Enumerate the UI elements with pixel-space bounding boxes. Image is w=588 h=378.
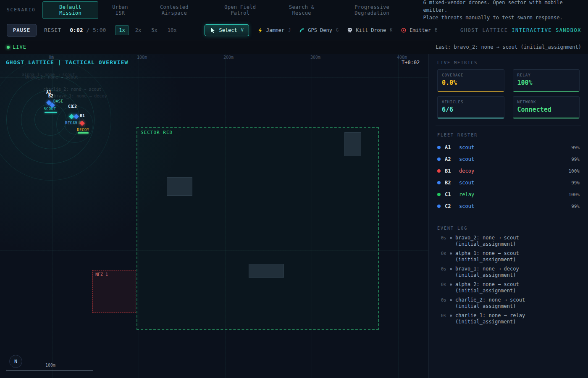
compass-north-indicator: N xyxy=(9,355,22,368)
event-line2: (initial_assignment) xyxy=(455,257,516,262)
timer-total: 5:00 xyxy=(93,27,106,33)
emitter-tool-key: E xyxy=(435,28,437,32)
event-log-entry: 0s bravo_2: none → scout (initial_assign… xyxy=(437,235,580,247)
roster-row-a2[interactable]: A2 scout 99% xyxy=(437,153,580,165)
last-event-text: Last: bravo_2: none → scout (initial_ass… xyxy=(436,44,581,50)
event-log-list: 0s bravo_2: none → scout (initial_assign… xyxy=(437,235,580,325)
roster-battery: 99% xyxy=(571,145,580,150)
threat-tools: Select V Jammer J GPS Deny G xyxy=(205,24,437,36)
status-dot-icon xyxy=(437,146,441,149)
event-line1: bravo_2: none → scout xyxy=(455,235,519,241)
ruler-200m: 200m xyxy=(223,55,234,60)
event-dot-icon xyxy=(450,299,452,301)
gps-deny-tool-label: GPS Deny xyxy=(308,27,332,33)
event-dot-icon xyxy=(450,237,452,239)
tab-contested-airspace[interactable]: Contested Airspace xyxy=(142,1,207,19)
metric-relay: RELAY 100% xyxy=(513,69,580,92)
sector-red-zone: SECTOR_RED xyxy=(136,127,379,330)
speed-2x-button[interactable]: 2x xyxy=(131,25,145,35)
battery-bar xyxy=(45,112,57,113)
battery-bar xyxy=(78,132,89,134)
event-log-entry: 0s bravo_1: none → decoy (initial_assign… xyxy=(437,266,580,278)
metric-network-label: NETWORK xyxy=(517,100,575,104)
ruler-400m: 400m xyxy=(397,55,407,60)
event-time: 0s xyxy=(437,250,446,256)
roster-id: C2 xyxy=(445,203,455,209)
scenario-description-line2: Place threats manually to test swarm res… xyxy=(423,14,581,21)
select-tool-button[interactable]: Select V xyxy=(205,24,249,36)
roster-row-c2[interactable]: C2 scout 99% xyxy=(437,200,580,212)
nfz-label: NFZ_1 xyxy=(95,272,108,277)
roster-role: scout xyxy=(459,203,474,209)
event-dot-icon xyxy=(450,315,452,317)
roster-id: A2 xyxy=(445,156,455,162)
speed-5x-button[interactable]: 5x xyxy=(147,25,161,35)
status-dot-icon xyxy=(437,169,441,173)
jammer-tool-button[interactable]: Jammer J xyxy=(257,27,291,33)
tactical-map[interactable]: 0m 100m 200m 300m 400m GHOST LATTICE | T… xyxy=(0,54,428,378)
timer-current: 0:02 xyxy=(70,27,83,33)
event-dot-icon xyxy=(450,268,452,270)
emitter-tool-button[interactable]: Emitter E xyxy=(401,27,437,33)
roster-row-b2[interactable]: B2 scout 99% xyxy=(437,177,580,189)
event-time: 0s xyxy=(437,297,446,303)
satellite-icon xyxy=(299,27,305,33)
speed-10x-button[interactable]: 10x xyxy=(164,25,181,35)
skull-icon xyxy=(347,27,353,33)
status-dot-icon xyxy=(437,181,441,184)
tab-progressive-degradation[interactable]: Progressive Degradation xyxy=(332,1,412,19)
scenario-label: SCENARIO xyxy=(7,7,36,13)
gps-deny-tool-button[interactable]: GPS Deny G xyxy=(299,27,339,33)
tab-open-field-patrol[interactable]: Open Field Patrol xyxy=(209,1,271,19)
roster-id: B2 xyxy=(445,180,455,186)
roster-row-c1[interactable]: C1 relay 100% xyxy=(437,189,580,200)
tab-urban-isr[interactable]: Urban ISR xyxy=(101,1,139,19)
event-line2: (initial_assignment) xyxy=(455,319,516,325)
pause-button[interactable]: PAUSE xyxy=(7,24,37,37)
tab-default-mission[interactable]: Default Mission xyxy=(42,1,98,19)
metric-coverage-label: COVERAGE xyxy=(442,73,500,77)
event-line1: charlie_1: none → relay xyxy=(455,312,525,318)
map-elapsed-timer: T+0:02 xyxy=(402,60,420,66)
metric-network-value: Connected xyxy=(517,106,575,113)
base-label: BASE xyxy=(53,99,63,103)
roster-id: C1 xyxy=(445,192,455,197)
scenario-bar: SCENARIO Default Mission Urban ISR Conte… xyxy=(0,0,588,20)
event-line2: (initial_assignment) xyxy=(455,241,516,247)
reset-button[interactable]: RESET xyxy=(42,25,63,36)
select-tool-key: V xyxy=(241,28,244,32)
speed-1x-button[interactable]: 1x xyxy=(115,25,129,35)
kill-drone-tool-button[interactable]: Kill Drone K xyxy=(347,27,392,33)
event-log-entry: 0s charlie_1: none → relay (initial_assi… xyxy=(437,312,580,325)
roster-row-b1[interactable]: B1 decoy 100% xyxy=(437,165,580,177)
gps-deny-tool-key: G xyxy=(336,28,339,32)
drone-label-b1: B1 xyxy=(80,113,85,118)
event-text: alpha_2: none → scout (initial_assignmen… xyxy=(455,281,519,294)
section-divider xyxy=(436,126,581,126)
brand-name: GHOST LATTICE xyxy=(460,27,508,33)
live-metrics-title: LIVE METRICS xyxy=(437,60,580,65)
roster-role: scout xyxy=(459,144,474,150)
compass-label: N xyxy=(14,359,17,365)
roster-id: A1 xyxy=(445,144,455,150)
speed-controls: 1x 2x 5x 10x xyxy=(115,25,180,35)
event-text: alpha_1: none → scout (initial_assignmen… xyxy=(455,250,519,263)
brand-mode-interactive: INTERACTIVE xyxy=(512,27,552,33)
section-divider xyxy=(436,219,581,219)
tab-search-and-rescue[interactable]: Search & Rescue xyxy=(273,1,329,19)
roster-row-a1[interactable]: A1 scout 99% xyxy=(437,142,580,153)
jammer-tool-label: Jammer xyxy=(266,27,284,33)
app-root: SCENARIO Default Mission Urban ISR Conte… xyxy=(0,0,588,378)
kill-drone-tool-label: Kill Drone xyxy=(356,27,386,33)
event-line1: alpha_2: none → scout xyxy=(455,281,519,287)
app-brand: GHOST LATTICE INTERACTIVE SANDBOX xyxy=(460,27,581,33)
metric-network: NETWORK Connected xyxy=(513,96,580,119)
event-time: 0s xyxy=(437,235,446,241)
event-time: 0s xyxy=(437,281,446,287)
fleet-roster-title: FLEET ROSTER xyxy=(437,133,580,137)
mission-timer: 0:02 / 5:00 xyxy=(70,27,106,33)
role-label-scout: SCOUT xyxy=(44,107,56,111)
scenario-description: 6 mixed-vendor drones. Open sector with … xyxy=(416,0,581,21)
role-label-decoy: DECOY xyxy=(77,128,89,132)
metric-vehicles: VEHICLES 6/6 xyxy=(437,96,504,119)
